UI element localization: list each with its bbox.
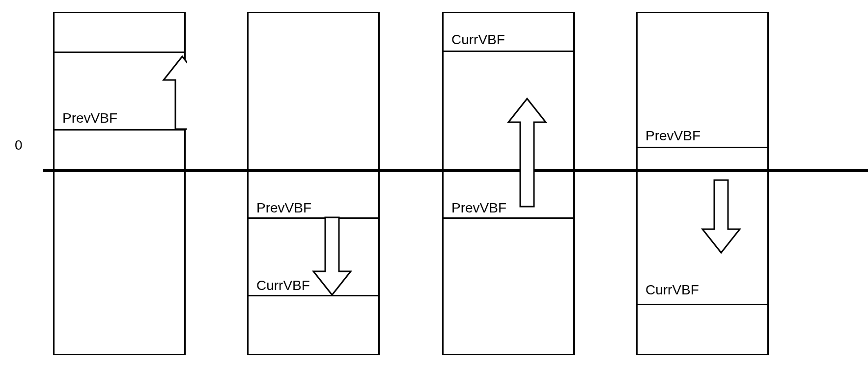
column-1: PrevVBF <box>53 12 186 355</box>
zero-axis-label: 0 <box>15 137 23 153</box>
column-2: PrevVBFCurrVBF <box>247 12 380 355</box>
arrow-down-icon <box>638 13 770 357</box>
arrow-up-icon <box>444 13 576 357</box>
arrow-up-icon <box>55 13 187 357</box>
arrow-down-icon <box>249 13 381 357</box>
column-4: PrevVBFCurrVBF <box>636 12 769 355</box>
column-3: CurrVBFPrevVBF <box>442 12 575 355</box>
